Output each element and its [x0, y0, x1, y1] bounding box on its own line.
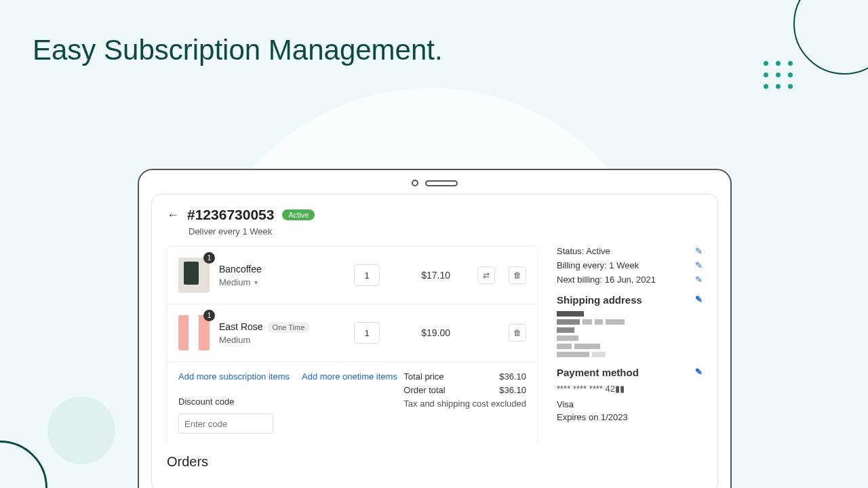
- total-price-value: $36.10: [499, 371, 526, 382]
- product-thumbnail: 1: [178, 258, 210, 293]
- line-item: 1 East RoseOne Time Medium 1 $19.00 🗑: [167, 304, 537, 362]
- thumbnail-qty-badge: 1: [203, 252, 215, 264]
- delete-button[interactable]: 🗑: [509, 324, 526, 342]
- quantity-input[interactable]: 1: [354, 322, 380, 344]
- delete-button[interactable]: 🗑: [509, 266, 526, 284]
- totals-section: Add more subscription items Add more one…: [167, 362, 537, 443]
- page-headline: Easy Subscription Management.: [33, 34, 443, 66]
- billing-frequency-text: Billing every: 1 Week: [557, 260, 639, 270]
- card-expiry: Expires on 1/2023: [557, 412, 703, 422]
- shipping-address-heading: Shipping address: [557, 294, 642, 306]
- item-price: $19.00: [410, 327, 450, 338]
- decorative-dot-grid: [764, 61, 793, 89]
- status-badge: Active: [282, 209, 315, 220]
- trash-icon: 🗑: [513, 328, 521, 338]
- add-onetime-items-link[interactable]: Add more onetime items: [302, 371, 397, 382]
- next-billing-text: Next billing: 16 Jun, 2021: [557, 274, 656, 285]
- speaker-icon: [425, 180, 458, 186]
- orders-heading: Orders: [167, 454, 538, 470]
- item-price: $17.10: [410, 270, 450, 281]
- swap-icon: ⇄: [483, 270, 490, 280]
- delivery-frequency: Deliver every 1 Week: [189, 226, 703, 237]
- total-price-label: Total price: [403, 371, 443, 382]
- trash-icon: 🗑: [513, 270, 521, 280]
- chevron-down-icon: ▾: [254, 279, 258, 286]
- device-frame: ← #1236730053 Active Deliver every 1 Wee…: [138, 169, 732, 488]
- one-time-badge: One Time: [267, 322, 311, 333]
- decorative-arc-bottom-left: [0, 441, 47, 488]
- line-item: 1 Bancoffee Medium▾ 1 $17.10 ⇄ 🗑: [167, 247, 537, 304]
- sidebar-panel: Status: Active✎ Billing every: 1 Week✎ N…: [557, 246, 703, 470]
- items-panel: 1 Bancoffee Medium▾ 1 $17.10 ⇄ 🗑 1 E: [167, 246, 538, 443]
- camera-icon: [412, 180, 418, 186]
- product-thumbnail: 1: [178, 315, 210, 350]
- device-notch: [139, 170, 730, 194]
- status-text: Status: Active: [557, 246, 610, 256]
- order-total-value: $36.10: [499, 385, 526, 395]
- discount-label: Discount code: [178, 396, 397, 407]
- item-variant: Medium: [219, 335, 344, 345]
- card-brand: Visa: [557, 399, 703, 409]
- swap-button[interactable]: ⇄: [477, 266, 495, 284]
- app-screen: ← #1236730053 Active Deliver every 1 Wee…: [151, 194, 718, 488]
- card-number-masked: **** **** **** 42▮▮: [557, 384, 703, 394]
- edit-shipping-button[interactable]: ✎: [695, 294, 703, 306]
- thumbnail-qty-badge: 1: [203, 310, 215, 321]
- edit-payment-button[interactable]: ✎: [695, 367, 703, 378]
- edit-next-billing-button[interactable]: ✎: [695, 274, 703, 285]
- subscription-id: #1236730053: [187, 207, 274, 223]
- edit-billing-button[interactable]: ✎: [695, 260, 703, 270]
- order-total-label: Order total: [403, 385, 445, 395]
- decorative-arc-top-right: [793, 0, 868, 75]
- payment-method-heading: Payment method: [557, 367, 639, 378]
- add-subscription-items-link[interactable]: Add more subscription items: [178, 371, 290, 382]
- decorative-circle-bottom-left-fill: [47, 396, 115, 464]
- item-name: Bancoffee: [219, 264, 344, 274]
- tax-shipping-note: Tax and shipping cost excluded: [403, 399, 526, 409]
- variant-selector[interactable]: Medium▾: [219, 277, 344, 287]
- discount-code-input[interactable]: [178, 413, 273, 434]
- subscription-header: ← #1236730053 Active: [167, 207, 703, 223]
- back-arrow-icon[interactable]: ←: [167, 208, 179, 222]
- item-name: East RoseOne Time: [219, 321, 344, 332]
- edit-status-button[interactable]: ✎: [695, 246, 703, 256]
- quantity-input[interactable]: 1: [354, 264, 380, 286]
- shipping-address-redacted: [557, 311, 703, 357]
